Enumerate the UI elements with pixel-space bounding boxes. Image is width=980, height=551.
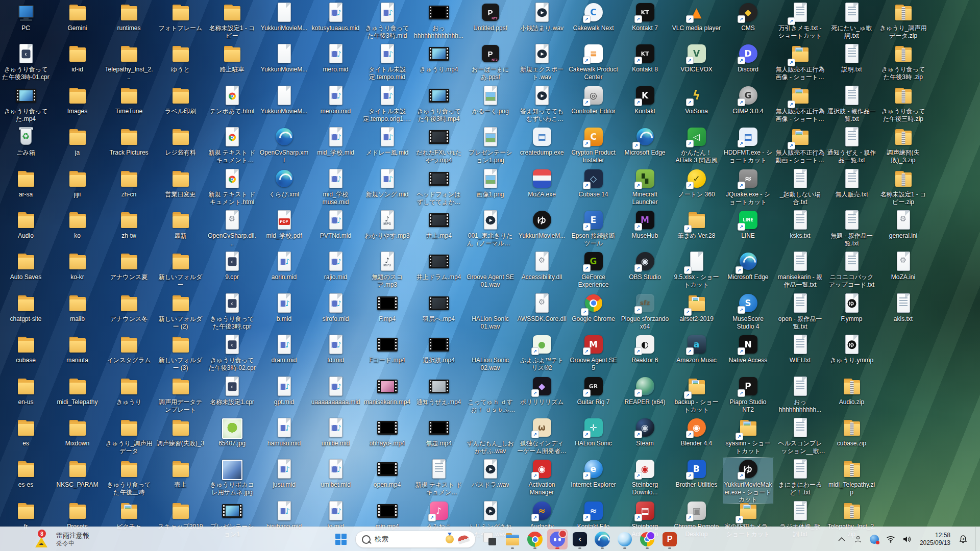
desktop-icon[interactable]: 新しいフォルダー [156, 250, 205, 288]
desktop-icon[interactable]: スキャップ2019 [156, 499, 205, 531]
desktop-icon[interactable]: V↗VOICEVOX [672, 42, 721, 73]
desktop-icon[interactable]: id-id [53, 42, 102, 73]
desktop-icon[interactable]: 調声練習(失敗)_3 [156, 416, 205, 447]
desktop-icon[interactable]: open - 親作品一覧.txt [775, 292, 825, 330]
desktop-icon[interactable]: ⚙Accessibility.dll [517, 250, 567, 281]
start-button[interactable] [331, 529, 351, 549]
desktop-icon[interactable]: fr [1, 499, 51, 531]
desktop-icon[interactable]: 最新 [156, 209, 205, 240]
desktop-icon[interactable]: Track Pictures [104, 126, 154, 157]
desktop-icon[interactable]: ♪MP3わかりやす.mp3 [362, 209, 412, 240]
desktop-icon[interactable]: ↗無人販売不正行為画像 - ショートカット [775, 84, 825, 122]
desktop-icon[interactable]: _起動しない場合.txt [775, 167, 825, 206]
desktop-icon[interactable]: ヘッドフォンはずしててよかっt.mp4 [414, 167, 463, 206]
desktop-icon[interactable]: LINE↗LINE [723, 209, 773, 240]
desktop-icon[interactable]: 説明.txt [827, 42, 876, 73]
desktop-icon[interactable]: きゅうり_調声用データ.zip [878, 1, 928, 39]
desktop-icon[interactable]: 通知うぜえ - 親作品一覧.txt [827, 126, 876, 164]
desktop-icon[interactable]: ▤createdump.exe [517, 126, 567, 157]
desktop-icon[interactable]: runtimes [104, 1, 154, 32]
desktop-icon[interactable]: 井上.mp4 [414, 209, 463, 240]
desktop-icon[interactable]: ⚙general.ini [878, 209, 928, 240]
desktop-icon[interactable]: ◉↗Steam [620, 416, 670, 447]
desktop-icon[interactable]: ϟ↗VoiSona [672, 84, 721, 115]
desktop-icon[interactable]: ▶バスドラ.wav [465, 458, 515, 489]
desktop-icon[interactable]: es-es [1, 458, 51, 489]
desktop-icon[interactable]: アナウンス冬 [104, 292, 154, 323]
desktop-icon[interactable]: 無題 - 親作品一覧.txt [827, 209, 876, 247]
desktop-icon[interactable]: きゅうり_調声用データ [104, 416, 154, 455]
desktop-icon[interactable]: malib [53, 292, 102, 323]
desktop-icon[interactable]: ずんだもん_しおかぜふ.wav [465, 416, 515, 455]
desktop-icon[interactable]: ゆF.ymmp [827, 292, 876, 323]
desktop-icon[interactable]: 新規 テキスト ドキュメント (2).html [207, 126, 257, 164]
desktop-icon[interactable]: 無人販売.txt [827, 167, 876, 198]
desktop-icon[interactable]: 新しいフォルダー (2) [156, 292, 205, 330]
desktop-icon[interactable]: ♪meroin.mid [311, 84, 360, 115]
desktop-icon[interactable]: ♪aorin.mid [259, 250, 309, 281]
desktop-icon[interactable]: ♪b.mid [259, 292, 309, 323]
desktop-icon[interactable]: ko-kr [53, 250, 102, 281]
desktop-icon[interactable]: きゅうり食ってた午後3時 .zip [878, 42, 928, 81]
desktop-icon[interactable]: ◐↗Reaktor 6 [620, 333, 670, 364]
desktop-icon[interactable]: YukkuriMovieM... [259, 1, 309, 32]
desktop-icon[interactable]: ‹きゅうり食ってた午後3時-02.cpr [207, 333, 257, 371]
desktop-icon[interactable]: ↗Microsoft Edge [723, 250, 773, 281]
desktop-icon[interactable]: S↗MuseScore Studio 4 [723, 292, 773, 330]
desktop-icon[interactable]: きゅうり.mp4 [414, 42, 463, 73]
desktop-icon[interactable]: アナウンス夏 [104, 250, 154, 281]
desktop-icon[interactable]: PC [1, 1, 51, 32]
desktop-icon[interactable]: 売上 [156, 458, 205, 489]
search-input[interactable]: 検索 [355, 531, 476, 548]
desktop-icon[interactable]: ksks.txt [775, 209, 825, 240]
taskbar-clock[interactable]: 12:58 2025/09/13 [917, 532, 953, 547]
desktop-icon[interactable]: es [1, 416, 51, 447]
desktop-icon[interactable]: 65407.jpg [207, 416, 257, 447]
desktop-icon[interactable]: こってゅｈ ｄすおｆ ｄｓｂふぁ.wav [465, 375, 515, 413]
desktop-icon[interactable]: manisekarin.mp4 [362, 375, 412, 406]
media-app-button[interactable] [615, 529, 635, 549]
desktop-icon[interactable]: cubase.zip [827, 416, 876, 447]
desktop-icon[interactable]: ゆ↗YukkuriMovieMaker.exe - ショートカット [723, 458, 773, 504]
desktop-icon[interactable]: Fコード.mp4 [362, 333, 412, 364]
desktop-icon[interactable]: 名称未設定1 - コピー [207, 1, 257, 39]
desktop-icon[interactable]: Audio [1, 209, 51, 240]
notification-bell-icon[interactable]: z [957, 533, 970, 546]
desktop-icon[interactable]: きゅうり食ってた午後3時.mp4 [414, 84, 463, 122]
desktop-icon[interactable]: ‹名称未設定1.cpr [207, 375, 257, 406]
desktop-icon[interactable]: きゅうりボカコレ用サムネ.jpg [207, 458, 257, 496]
desktop-icon[interactable]: ◆↗CMS [723, 1, 773, 32]
desktop-icon[interactable]: ピクチャ [104, 499, 154, 531]
desktop-icon[interactable]: ニコニコバックアップコード.txt [827, 250, 876, 288]
desktop-icon[interactable]: ●↗ぷよぷよ™テトリス®2 [517, 333, 567, 371]
desktop-icon[interactable]: ‹きゅうり食ってた午後3時-01.cpr [1, 42, 51, 81]
desktop-icon[interactable]: ω↗孤独なインディーゲーム開発者の一生 ... [517, 416, 567, 455]
desktop-icon[interactable]: zh-cn [104, 167, 154, 198]
show-desktop-button[interactable] [975, 527, 978, 551]
desktop-icon[interactable]: プレゼンテーション1.png [465, 126, 515, 164]
tray-copilot-icon[interactable] [868, 533, 881, 546]
volume-icon[interactable] [900, 533, 914, 546]
desktop-icon[interactable]: M↗MuseHub [620, 209, 670, 240]
chrome-button[interactable] [525, 529, 545, 549]
desktop-icon[interactable]: おっhhhhhhhhhhhhh... [414, 1, 463, 39]
desktop-icon[interactable]: きゅうり食ってた午後三時.zip [878, 84, 928, 122]
desktop-icon[interactable]: 羽尻へ.mp4 [414, 292, 463, 323]
desktop-icon[interactable]: K↗Kontakt [620, 84, 670, 115]
desktop-icon[interactable]: F.mp4 [362, 292, 412, 323]
desktop-icon[interactable]: ≈↗Kontakt File [569, 499, 618, 531]
file-explorer-button[interactable] [502, 529, 523, 549]
desktop-icon[interactable]: 選択肢 - 親作品一覧.txt [827, 84, 876, 122]
desktop-icon[interactable]: ◆↗ポリリリリズム [517, 375, 567, 406]
desktop-icon[interactable]: ♪dram.mid [259, 333, 309, 364]
desktop-icon[interactable]: E↗Epson 接続診断ツール [569, 209, 618, 247]
desktop-icon[interactable]: ゆYukkuriMovieM... [517, 209, 567, 240]
desktop-icon[interactable]: ↗無人販売不正行為動画 - ショートカット [775, 126, 825, 164]
desktop-icon[interactable]: ⚙OpenCvSharp.dll... [207, 209, 257, 247]
desktop-icon[interactable]: ♪rajio.mid [311, 250, 360, 281]
desktop-icon[interactable]: Presets [53, 499, 102, 531]
desktop-icon[interactable]: en-us [1, 375, 51, 406]
desktop-icon[interactable]: ♪MP3無題のスコア.mp3 [362, 250, 412, 288]
tray-person-icon[interactable] [851, 533, 865, 546]
desktop-icon[interactable]: min.mp4 [362, 499, 412, 531]
